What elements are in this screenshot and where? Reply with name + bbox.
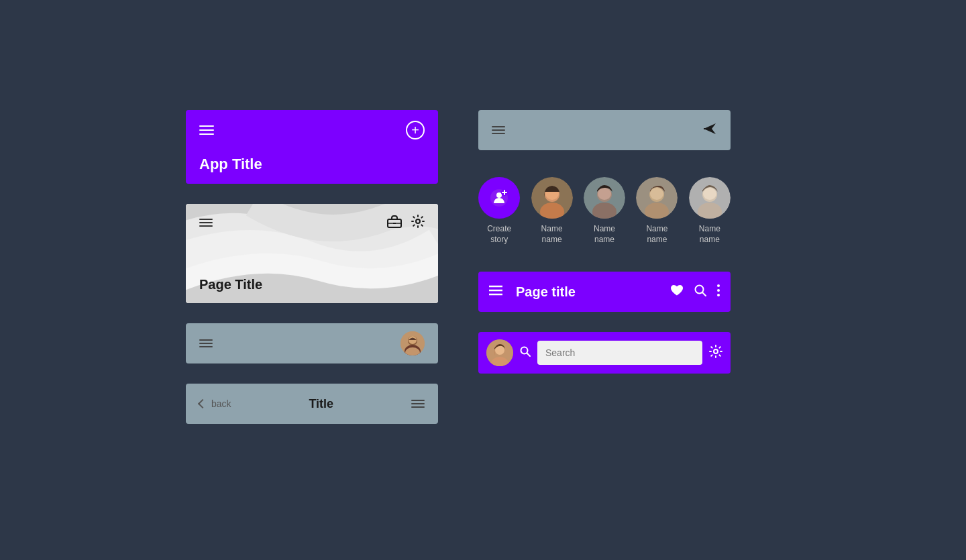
hamburger-icon-purple[interactable] [489, 285, 502, 298]
svg-point-28 [650, 188, 663, 200]
card-toolbar [199, 215, 425, 231]
back-button[interactable]: back [199, 398, 231, 409]
add-button[interactable]: + [406, 121, 425, 139]
svg-line-37 [702, 292, 706, 296]
story-avatar-3 [636, 177, 678, 219]
svg-point-32 [703, 188, 716, 200]
svg-point-38 [717, 284, 720, 287]
search-input[interactable] [537, 341, 702, 365]
story-item-2[interactable]: Name name [584, 177, 625, 245]
svg-point-4 [416, 219, 420, 223]
story-item-1[interactable]: Name name [531, 177, 572, 245]
svg-point-24 [598, 188, 611, 200]
page-title-text: Page title [516, 284, 662, 300]
svg-point-39 [717, 289, 720, 292]
title-center: Title [309, 397, 333, 411]
stories-row: Create story Name name [478, 170, 731, 251]
create-story-item[interactable]: Create story [478, 177, 520, 245]
hamburger-menu-icon[interactable] [199, 125, 214, 135]
heart-icon[interactable] [670, 284, 684, 299]
search-icon-purple[interactable] [694, 284, 706, 299]
story-item-4[interactable]: Name name [689, 177, 731, 245]
create-story-avatar [478, 177, 520, 219]
app-title: App Title [199, 156, 425, 173]
page-title-label: Page Title [199, 277, 262, 292]
svg-point-13 [496, 192, 502, 198]
settings-icon[interactable] [411, 215, 425, 231]
chevron-left-icon [198, 399, 207, 408]
hamburger-icon-back[interactable] [411, 398, 425, 410]
user-avatar-search[interactable] [486, 339, 513, 366]
card-app-title: + App Title [186, 110, 438, 184]
back-label: back [211, 398, 231, 409]
story-avatar-1 [531, 177, 573, 219]
card-purple-page-title: Page title [478, 272, 731, 312]
story-avatar-4 [689, 177, 731, 219]
card-gray-header [186, 323, 438, 363]
search-icon-small [520, 346, 531, 359]
create-story-label: Create story [478, 224, 520, 245]
svg-line-45 [527, 353, 531, 357]
story-name-4: Name name [689, 224, 731, 245]
left-column: + App Title [186, 110, 438, 424]
settings-gear-icon[interactable] [709, 345, 722, 361]
right-column: Create story Name name [478, 110, 731, 424]
more-options-icon[interactable] [717, 284, 720, 299]
svg-point-46 [714, 349, 718, 353]
card-back-title: back Title [186, 384, 438, 424]
hamburger-icon[interactable] [199, 217, 213, 229]
story-name-2: Name name [584, 224, 625, 245]
story-name-1: Name name [531, 224, 572, 245]
story-name-3: Name name [636, 224, 678, 245]
card-right-gray-header [478, 110, 731, 150]
card-purple-search [478, 332, 731, 374]
inbox-icon[interactable] [387, 215, 402, 231]
hamburger-icon-gray[interactable] [199, 337, 213, 349]
story-item-3[interactable]: Name name [636, 177, 678, 245]
hamburger-icon-right[interactable] [492, 124, 505, 136]
send-icon[interactable] [702, 122, 717, 138]
story-avatar-2 [584, 177, 625, 219]
svg-point-40 [717, 294, 720, 296]
user-avatar[interactable] [400, 331, 425, 355]
card-page-title: Page Title [186, 204, 438, 303]
